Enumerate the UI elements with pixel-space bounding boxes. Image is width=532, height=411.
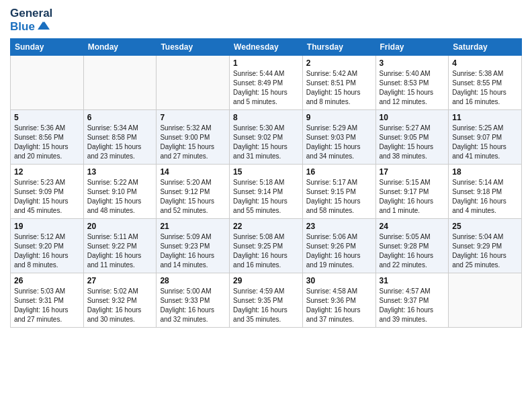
calendar-cell: 6Sunrise: 5:34 AM Sunset: 8:58 PM Daylig… xyxy=(83,110,157,165)
calendar-cell: 4Sunrise: 5:38 AM Sunset: 8:55 PM Daylig… xyxy=(449,56,522,110)
day-info: Sunrise: 4:57 AM Sunset: 9:37 PM Dayligh… xyxy=(380,287,445,324)
calendar-cell: 8Sunrise: 5:30 AM Sunset: 9:02 PM Daylig… xyxy=(230,110,303,165)
day-number: 4 xyxy=(452,58,518,68)
day-number: 21 xyxy=(160,222,226,231)
calendar-body: 1Sunrise: 5:44 AM Sunset: 8:49 PM Daylig… xyxy=(11,56,522,328)
calendar-cell: 26Sunrise: 5:03 AM Sunset: 9:31 PM Dayli… xyxy=(11,273,84,328)
day-info: Sunrise: 5:12 AM Sunset: 9:20 PM Dayligh… xyxy=(14,232,80,270)
day-info: Sunrise: 5:25 AM Sunset: 9:07 PM Dayligh… xyxy=(452,124,518,161)
day-info: Sunrise: 5:44 AM Sunset: 8:49 PM Dayligh… xyxy=(233,69,299,107)
day-info: Sunrise: 5:00 AM Sunset: 9:33 PM Dayligh… xyxy=(160,287,226,324)
day-number: 13 xyxy=(87,167,153,177)
day-info: Sunrise: 5:42 AM Sunset: 8:51 PM Dayligh… xyxy=(306,69,372,107)
day-number: 31 xyxy=(380,276,445,285)
day-info: Sunrise: 5:09 AM Sunset: 9:23 PM Dayligh… xyxy=(160,232,226,270)
day-info: Sunrise: 5:29 AM Sunset: 9:03 PM Dayligh… xyxy=(306,124,372,161)
calendar-cell: 31Sunrise: 4:57 AM Sunset: 9:37 PM Dayli… xyxy=(375,273,449,328)
day-number: 30 xyxy=(306,276,372,285)
calendar-cell: 16Sunrise: 5:17 AM Sunset: 9:15 PM Dayli… xyxy=(302,165,375,219)
day-number: 10 xyxy=(380,113,445,122)
day-number: 3 xyxy=(380,58,445,68)
day-number: 6 xyxy=(87,113,153,122)
calendar-week-4: 19Sunrise: 5:12 AM Sunset: 9:20 PM Dayli… xyxy=(11,219,522,273)
calendar-cell: 7Sunrise: 5:32 AM Sunset: 9:00 PM Daylig… xyxy=(157,110,230,165)
day-number: 23 xyxy=(306,222,372,231)
day-info: Sunrise: 5:08 AM Sunset: 9:25 PM Dayligh… xyxy=(233,232,299,270)
day-number: 27 xyxy=(87,276,153,285)
calendar-cell: 29Sunrise: 4:59 AM Sunset: 9:35 PM Dayli… xyxy=(230,273,303,328)
page-header: General Blue xyxy=(10,7,522,33)
calendar-cell xyxy=(83,56,157,110)
dow-header-monday: Monday xyxy=(83,39,157,56)
day-info: Sunrise: 5:23 AM Sunset: 9:09 PM Dayligh… xyxy=(14,178,80,216)
calendar-cell: 28Sunrise: 5:00 AM Sunset: 9:33 PM Dayli… xyxy=(157,273,230,328)
calendar-week-5: 26Sunrise: 5:03 AM Sunset: 9:31 PM Dayli… xyxy=(11,273,522,328)
calendar-cell: 12Sunrise: 5:23 AM Sunset: 9:09 PM Dayli… xyxy=(11,165,84,219)
day-number: 2 xyxy=(306,58,372,68)
day-info: Sunrise: 5:38 AM Sunset: 8:55 PM Dayligh… xyxy=(452,69,518,107)
calendar-week-1: 1Sunrise: 5:44 AM Sunset: 8:49 PM Daylig… xyxy=(11,56,522,110)
day-number: 20 xyxy=(87,222,153,231)
dow-header-thursday: Thursday xyxy=(302,39,375,56)
calendar-cell: 24Sunrise: 5:05 AM Sunset: 9:28 PM Dayli… xyxy=(375,219,449,273)
calendar-cell: 10Sunrise: 5:27 AM Sunset: 9:05 PM Dayli… xyxy=(375,110,449,165)
day-number: 9 xyxy=(306,113,372,122)
day-info: Sunrise: 4:59 AM Sunset: 9:35 PM Dayligh… xyxy=(233,287,299,324)
day-info: Sunrise: 5:32 AM Sunset: 9:00 PM Dayligh… xyxy=(160,124,226,161)
day-number: 11 xyxy=(452,113,518,122)
dow-header-wednesday: Wednesday xyxy=(230,39,303,56)
calendar-cell: 2Sunrise: 5:42 AM Sunset: 8:51 PM Daylig… xyxy=(302,56,375,110)
calendar-cell: 18Sunrise: 5:14 AM Sunset: 9:18 PM Dayli… xyxy=(449,165,522,219)
day-info: Sunrise: 5:17 AM Sunset: 9:15 PM Dayligh… xyxy=(306,178,372,216)
day-info: Sunrise: 5:14 AM Sunset: 9:18 PM Dayligh… xyxy=(452,178,518,216)
calendar-cell xyxy=(157,56,230,110)
day-info: Sunrise: 5:18 AM Sunset: 9:14 PM Dayligh… xyxy=(233,178,299,216)
day-info: Sunrise: 5:11 AM Sunset: 9:22 PM Dayligh… xyxy=(87,232,153,270)
day-info: Sunrise: 5:40 AM Sunset: 8:53 PM Dayligh… xyxy=(380,69,445,107)
logo-blue: Blue xyxy=(10,20,35,34)
calendar-cell: 9Sunrise: 5:29 AM Sunset: 9:03 PM Daylig… xyxy=(302,110,375,165)
dow-header-sunday: Sunday xyxy=(11,39,84,56)
day-number: 1 xyxy=(233,58,299,68)
calendar-cell: 19Sunrise: 5:12 AM Sunset: 9:20 PM Dayli… xyxy=(11,219,84,273)
days-of-week-row: SundayMondayTuesdayWednesdayThursdayFrid… xyxy=(11,39,522,56)
calendar-cell xyxy=(449,273,522,328)
day-number: 12 xyxy=(14,167,80,177)
day-info: Sunrise: 5:05 AM Sunset: 9:28 PM Dayligh… xyxy=(380,232,445,270)
calendar-cell: 11Sunrise: 5:25 AM Sunset: 9:07 PM Dayli… xyxy=(449,110,522,165)
day-number: 22 xyxy=(233,222,299,231)
day-info: Sunrise: 5:27 AM Sunset: 9:05 PM Dayligh… xyxy=(380,124,445,161)
day-number: 18 xyxy=(452,167,518,177)
day-info: Sunrise: 5:15 AM Sunset: 9:17 PM Dayligh… xyxy=(380,178,445,216)
day-number: 28 xyxy=(160,276,226,285)
logo-arrow-icon xyxy=(36,20,51,31)
calendar-cell: 3Sunrise: 5:40 AM Sunset: 8:53 PM Daylig… xyxy=(375,56,449,110)
day-info: Sunrise: 5:06 AM Sunset: 9:26 PM Dayligh… xyxy=(306,232,372,270)
day-number: 17 xyxy=(380,167,445,177)
day-info: Sunrise: 5:36 AM Sunset: 8:56 PM Dayligh… xyxy=(14,124,80,161)
day-number: 5 xyxy=(14,113,80,122)
day-info: Sunrise: 5:30 AM Sunset: 9:02 PM Dayligh… xyxy=(233,124,299,161)
calendar-cell: 14Sunrise: 5:20 AM Sunset: 9:12 PM Dayli… xyxy=(157,165,230,219)
day-info: Sunrise: 5:03 AM Sunset: 9:31 PM Dayligh… xyxy=(14,287,80,324)
calendar-cell: 30Sunrise: 4:58 AM Sunset: 9:36 PM Dayli… xyxy=(302,273,375,328)
day-number: 8 xyxy=(233,113,299,122)
day-number: 19 xyxy=(14,222,80,231)
dow-header-saturday: Saturday xyxy=(449,39,522,56)
day-number: 14 xyxy=(160,167,226,177)
calendar-cell: 23Sunrise: 5:06 AM Sunset: 9:26 PM Dayli… xyxy=(302,219,375,273)
calendar-table: SundayMondayTuesdayWednesdayThursdayFrid… xyxy=(10,38,522,328)
calendar-cell: 22Sunrise: 5:08 AM Sunset: 9:25 PM Dayli… xyxy=(230,219,303,273)
calendar-cell: 1Sunrise: 5:44 AM Sunset: 8:49 PM Daylig… xyxy=(230,56,303,110)
day-number: 7 xyxy=(160,113,226,122)
calendar-cell: 21Sunrise: 5:09 AM Sunset: 9:23 PM Dayli… xyxy=(157,219,230,273)
calendar-cell xyxy=(11,56,84,110)
day-number: 26 xyxy=(14,276,80,285)
dow-header-friday: Friday xyxy=(375,39,449,56)
day-info: Sunrise: 5:20 AM Sunset: 9:12 PM Dayligh… xyxy=(160,178,226,216)
calendar-cell: 5Sunrise: 5:36 AM Sunset: 8:56 PM Daylig… xyxy=(11,110,84,165)
day-number: 24 xyxy=(380,222,445,231)
day-info: Sunrise: 4:58 AM Sunset: 9:36 PM Dayligh… xyxy=(306,287,372,324)
day-info: Sunrise: 5:02 AM Sunset: 9:32 PM Dayligh… xyxy=(87,287,153,324)
calendar-week-3: 12Sunrise: 5:23 AM Sunset: 9:09 PM Dayli… xyxy=(11,165,522,219)
